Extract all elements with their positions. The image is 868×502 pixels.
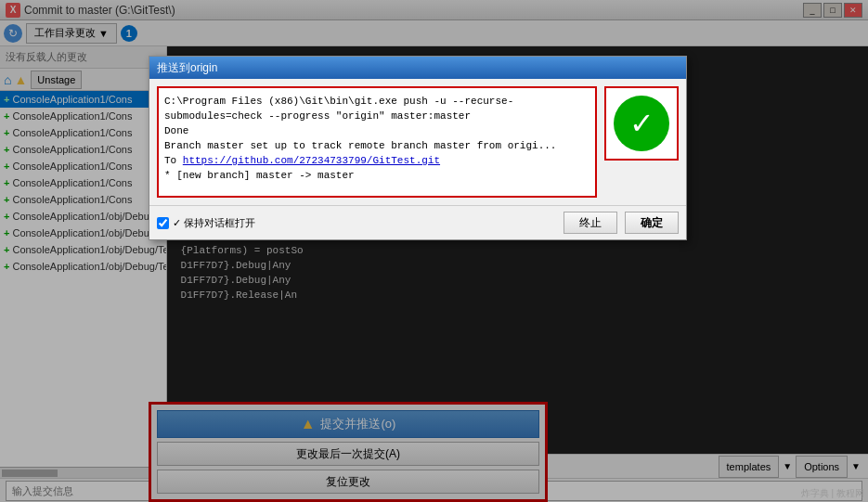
log-line: C:\Program Files (x86)\Git\bin\git.exe p… bbox=[164, 94, 589, 109]
ok-button[interactable]: 确定 bbox=[625, 212, 679, 234]
keep-open-checkbox[interactable]: ✓ 保持对话框打开 bbox=[157, 216, 255, 230]
success-icon: ✓ bbox=[614, 96, 669, 151]
dialog-log: C:\Program Files (x86)\Git\bin\git.exe p… bbox=[157, 86, 597, 198]
dialog-footer: ✓ 保持对话框打开 终止 确定 bbox=[149, 205, 686, 239]
push-dialog: 推送到origin C:\Program Files (x86)\Git\bin… bbox=[149, 56, 687, 240]
keep-open-check[interactable] bbox=[157, 217, 169, 229]
log-line: Done bbox=[164, 123, 589, 138]
dialog-success-panel: ✓ bbox=[604, 86, 679, 161]
log-line: submodules=check --progress "origin" mas… bbox=[164, 109, 589, 123]
log-line: Branch master set up to track remote bra… bbox=[164, 138, 589, 153]
repo-link[interactable]: https://github.com/27234733799/GitTest.g… bbox=[183, 155, 440, 166]
dialog-body: C:\Program Files (x86)\Git\bin\git.exe p… bbox=[149, 79, 686, 205]
log-line: To https://github.com/27234733799/GitTes… bbox=[164, 153, 589, 168]
log-line: * [new branch] master -> master bbox=[164, 168, 589, 183]
dialog-title: 推送到origin bbox=[149, 57, 686, 79]
watermark: 炸字典 | 教程网 bbox=[801, 487, 864, 500]
terminate-button[interactable]: 终止 bbox=[564, 212, 617, 234]
